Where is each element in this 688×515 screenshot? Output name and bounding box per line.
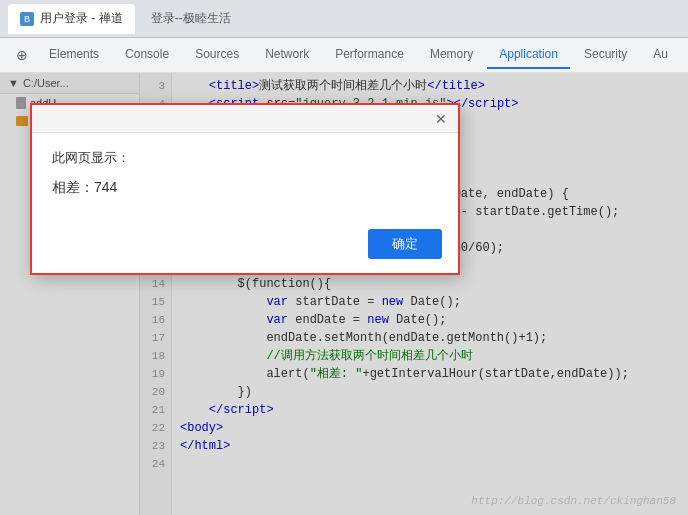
alert-ok-button[interactable]: 确定 [368,229,442,259]
devtools-tab-security[interactable]: Security [572,41,639,69]
devtools-tab-elements[interactable]: Elements [37,41,111,69]
devtools-tab-application[interactable]: Application [487,41,570,69]
alert-footer: 确定 [32,221,458,273]
devtools-tab-console[interactable]: Console [113,41,181,69]
devtools-tab-sources[interactable]: Sources [183,41,251,69]
alert-message: 相差：744 [52,179,438,197]
devtools-bar: ⊕ Elements Console Sources Network Perfo… [0,38,688,73]
devtools-tab-memory[interactable]: Memory [418,41,485,69]
devtools-tab-network[interactable]: Network [253,41,321,69]
browser-tab-1[interactable]: B 用户登录 - 禅道 [8,4,135,34]
tab-1-label: 用户登录 - 禅道 [40,10,123,27]
alert-dialog: ✕ 此网页显示： 相差：744 确定 [30,103,460,275]
tab-2-label: 登录--极睦生活 [151,10,231,27]
alert-body: 此网页显示： 相差：744 [32,133,458,221]
alert-page-label: 此网页显示： [52,149,438,167]
browser-tab-2[interactable]: 登录--极睦生活 [139,4,243,34]
devtools-tab-audits[interactable]: Au [641,41,680,69]
alert-title-bar: ✕ [32,105,458,133]
alert-close-button[interactable]: ✕ [432,110,450,128]
tab-1-icon: B [20,12,34,26]
devtools-tab-performance[interactable]: Performance [323,41,416,69]
main-content: ▼ C:/User... addH jquer 3 4 5 6 7 8 9 10… [0,73,688,515]
browser-top-bar: B 用户登录 - 禅道 登录--极睦生活 [0,0,688,38]
devtools-cursor-btn[interactable]: ⊕ [8,41,35,69]
